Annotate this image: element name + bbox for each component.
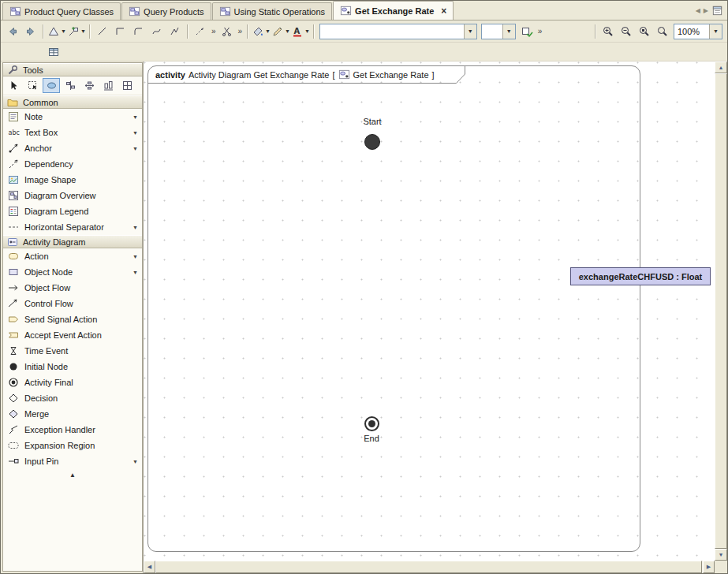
palette-section-activity-diagram[interactable]: Activity Diagram [3,235,142,248]
dropdown-caret-icon[interactable]: ▼ [133,459,138,464]
align-shapes-button[interactable] [62,78,79,93]
vertical-scroll-thumb[interactable] [715,73,727,549]
tab-get-exchange-rate[interactable]: Get Exchange Rate × [333,1,454,20]
tab-product-query-classes[interactable]: Product Query Classes [2,2,121,20]
object-node[interactable]: exchangeRateCHFUSD : Float [570,267,711,285]
dependency-tool-button[interactable] [192,24,209,39]
style-combobox[interactable]: ▼ [319,24,477,39]
rubber-band-tool-button[interactable] [24,78,41,93]
palette-item-diagram-overview[interactable]: Diagram Overview [3,188,142,203]
initial-node[interactable] [364,134,380,150]
vertical-scrollbar[interactable]: ▲ ▼ [715,62,727,561]
resize-shapes-button[interactable] [99,78,117,93]
secondary-toolbar [1,43,727,62]
palette-item-object-node[interactable]: Object Node ▼ [3,264,142,280]
tab-close-icon[interactable]: × [441,7,446,15]
distribute-shapes-button[interactable] [80,78,98,93]
forward-button[interactable] [22,24,39,39]
palette-item-time-event[interactable]: Time Event [3,343,142,359]
diagram-canvas[interactable]: activity Activity Diagram Get Exchange R… [144,62,715,561]
tab-using-static-operations[interactable]: Using Static Operations [212,2,333,20]
curved-path-button[interactable] [148,24,166,39]
fill-color-button[interactable]: ▼ [252,24,271,39]
zoom-in-button[interactable] [599,24,617,39]
rectilinear-path-button[interactable] [112,24,129,39]
svg-text:abc: abc [9,129,20,136]
palette-item-activity-final[interactable]: Activity Final [3,375,142,390]
line-color-button[interactable]: ▼ [271,24,290,39]
dropdown-caret-icon[interactable]: ▼ [133,254,138,259]
palette-item-anchor[interactable]: Anchor ▼ [3,140,142,156]
horizontal-scroll-thumb[interactable] [155,561,702,573]
dropdown-caret-icon[interactable]: ▼ [133,114,138,120]
activity-final-node[interactable] [364,416,379,431]
palette-item-object-flow[interactable]: Object Flow [3,280,142,296]
palette-section-common[interactable]: Common [3,95,142,109]
font-color-button[interactable]: A▼ [291,24,310,39]
zoom-combobox[interactable]: 100% ▼ [674,24,722,39]
zoom-out-button[interactable] [618,24,635,39]
palette-item-decision[interactable]: Decision [3,390,142,406]
tab-scroll-right-button[interactable]: ▶ [704,7,708,14]
palette-item-action[interactable]: Action ▼ [3,248,142,264]
send-signal-icon [7,313,20,326]
combobox-drop-button[interactable]: ▼ [709,24,722,39]
combobox-drop-button[interactable]: ▼ [464,24,476,39]
dropdown-caret-icon[interactable]: ▼ [133,146,138,151]
oblique-path-button[interactable] [94,24,111,39]
palette-item-merge[interactable]: Merge [3,406,142,422]
scroll-up-button[interactable]: ▲ [715,62,727,73]
apply-style-button[interactable] [518,24,536,39]
palette-item-expansion-region[interactable]: Expansion Region [3,438,142,453]
swimlane-grid-button[interactable] [118,78,136,93]
horizontal-scrollbar[interactable]: ◀ ▶ [144,561,715,573]
diagram-tab-icon [219,6,231,17]
tab-scroll-left-button[interactable]: ◀ [696,7,700,14]
scroll-left-button[interactable]: ◀ [144,561,155,573]
editor-list-button[interactable] [711,5,723,17]
palette-item-text-box[interactable]: abc Text Box ▼ [3,125,142,140]
back-button[interactable] [4,24,21,39]
palette-item-note[interactable]: Note ▼ [3,109,142,125]
palette-item-exception-handler[interactable]: Exception Handler [3,422,142,438]
activity-diagram-frame[interactable]: activity Activity Diagram Get Exchange R… [147,65,640,552]
font-size-combobox[interactable]: ▼ [481,24,516,39]
palette-header[interactable]: Tools [3,63,142,76]
combobox-drop-button[interactable]: ▼ [502,24,515,39]
diagram-overview-icon [7,189,20,202]
overflow-chevron[interactable]: » [236,27,244,35]
cut-points-button[interactable] [218,24,235,39]
activity-final-label: End [340,434,403,443]
palette-item-control-flow[interactable]: Control Flow [3,296,142,311]
activity-diagram-tab-icon [340,5,352,17]
scroll-right-button[interactable]: ▶ [703,561,715,573]
section-label: Common [23,98,58,107]
path-tool-dropdown[interactable]: ▼ [67,24,86,39]
overflow-chevron[interactable]: » [210,27,218,35]
diagram-tab-bar: Product Query Classes Query Products Usi… [1,1,727,20]
palette-item-input-pin[interactable]: Input Pin ▼ [3,453,142,469]
palette-scroll-up-button[interactable]: ▲ [3,469,142,480]
palette-item-dependency[interactable]: Dependency [3,156,142,172]
palette-item-send-signal-action[interactable]: Send Signal Action [3,311,142,327]
grid-button[interactable] [45,44,62,60]
overflow-chevron[interactable]: » [536,27,544,35]
zoom-fit-button[interactable] [654,24,671,39]
palette-item-initial-node[interactable]: Initial Node [3,359,142,375]
selection-tool-button[interactable] [5,78,22,93]
dropdown-caret-icon[interactable]: ▼ [133,225,138,230]
palette-item-image-shape[interactable]: Image Shape [3,172,142,188]
tab-query-products[interactable]: Query Products [121,2,211,20]
palette-item-diagram-legend[interactable]: Diagram Legend [3,203,142,219]
scroll-down-button[interactable]: ▼ [715,549,727,561]
rounded-path-button[interactable] [130,24,147,39]
sticky-mode-button[interactable] [43,78,60,93]
shape-tool-dropdown[interactable]: ▼ [47,24,66,39]
diagram-frame-header[interactable]: activity Activity Diagram Get Exchange R… [148,66,467,84]
spline-path-button[interactable] [166,24,184,39]
dropdown-caret-icon[interactable]: ▼ [133,130,138,136]
dropdown-caret-icon[interactable]: ▼ [133,270,138,275]
palette-item-horizontal-separator[interactable]: Horizontal Separator ▼ [3,219,142,235]
zoom-selection-button[interactable] [636,24,653,39]
palette-item-accept-event-action[interactable]: Accept Event Action [3,327,142,343]
